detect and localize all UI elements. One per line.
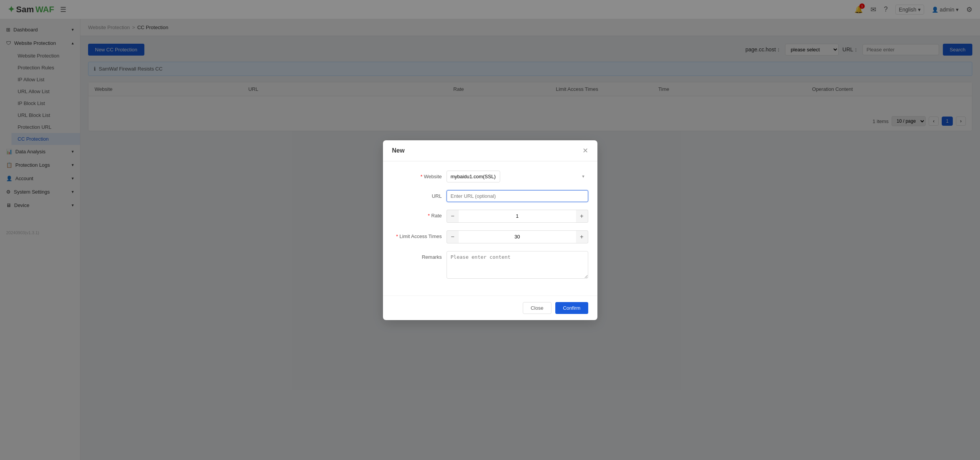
rate-number-wrap: − + [447, 210, 588, 223]
modal-header: New ✕ [383, 140, 597, 161]
rate-minus-button[interactable]: − [447, 210, 459, 223]
limit-plus-button[interactable]: + [576, 230, 588, 243]
form-row-url: URL [392, 190, 588, 202]
modal-title: New [392, 147, 405, 154]
modal-footer: Close Confirm [383, 296, 597, 320]
modal-dialog: New ✕ Website mybaidu1.com(SSL) URL Rate [383, 140, 597, 320]
form-row-limit: Limit Access Times − + [392, 230, 588, 243]
remarks-label: Remarks [392, 251, 442, 260]
rate-input[interactable] [459, 210, 576, 223]
close-button[interactable]: Close [523, 302, 551, 314]
website-select-wrap: mybaidu1.com(SSL) [447, 171, 588, 182]
rate-plus-button[interactable]: + [576, 210, 588, 223]
rate-label: Rate [392, 210, 442, 219]
limit-number-wrap: − + [447, 230, 588, 243]
remarks-textarea[interactable] [447, 251, 588, 279]
confirm-button[interactable]: Confirm [555, 302, 588, 314]
form-row-rate: Rate − + [392, 210, 588, 223]
limit-minus-button[interactable]: − [447, 230, 459, 243]
modal-close-button[interactable]: ✕ [582, 146, 588, 155]
form-row-website: Website mybaidu1.com(SSL) [392, 171, 588, 182]
website-select[interactable]: mybaidu1.com(SSL) [447, 171, 500, 182]
limit-label: Limit Access Times [392, 230, 442, 239]
modal-body: Website mybaidu1.com(SSL) URL Rate − + [383, 161, 597, 296]
website-label: Website [392, 171, 442, 179]
url-label: URL [392, 190, 442, 199]
modal-overlay: New ✕ Website mybaidu1.com(SSL) URL Rate [0, 0, 980, 460]
form-row-remarks: Remarks [392, 251, 588, 279]
limit-input[interactable] [459, 230, 576, 243]
url-input[interactable] [447, 190, 588, 202]
